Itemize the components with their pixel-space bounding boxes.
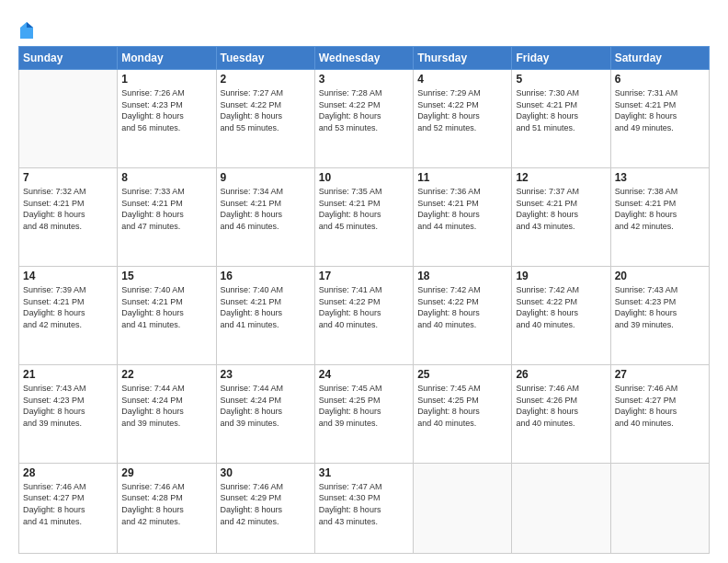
calendar-cell: 12Sunrise: 7:37 AMSunset: 4:21 PMDayligh… [512,167,610,266]
day-number: 31 [319,466,409,479]
weekday-header-wednesday: Wednesday [314,47,413,70]
day-number: 30 [221,466,311,479]
day-number: 8 [121,171,211,184]
day-number: 13 [615,171,705,184]
calendar-cell: 18Sunrise: 7:42 AMSunset: 4:22 PMDayligh… [414,266,512,364]
day-number: 29 [121,466,211,479]
day-number: 28 [23,466,113,479]
day-info: Sunrise: 7:44 AMSunset: 4:24 PMDaylight:… [221,383,311,429]
calendar-cell: 19Sunrise: 7:42 AMSunset: 4:22 PMDayligh… [512,266,610,364]
day-number: 4 [417,73,507,86]
day-number: 7 [23,171,113,184]
day-number: 6 [615,73,705,86]
day-info: Sunrise: 7:28 AMSunset: 4:22 PMDaylight:… [319,87,409,133]
day-number: 24 [319,368,409,381]
logo-icon [18,20,35,40]
day-number: 17 [319,270,409,282]
svg-marker-1 [27,22,33,28]
day-number: 19 [516,270,606,282]
day-info: Sunrise: 7:35 AMSunset: 4:21 PMDaylight:… [319,186,409,232]
calendar-cell: 16Sunrise: 7:40 AMSunset: 4:21 PMDayligh… [216,266,314,364]
calendar-cell: 14Sunrise: 7:39 AMSunset: 4:21 PMDayligh… [19,266,118,364]
day-info: Sunrise: 7:46 AMSunset: 4:27 PMDaylight:… [615,383,705,429]
calendar-cell: 21Sunrise: 7:43 AMSunset: 4:23 PMDayligh… [19,364,118,463]
day-number: 16 [221,270,311,282]
calendar-cell: 1Sunrise: 7:26 AMSunset: 4:23 PMDaylight… [118,70,216,168]
day-info: Sunrise: 7:42 AMSunset: 4:22 PMDaylight:… [417,284,507,330]
day-info: Sunrise: 7:36 AMSunset: 4:21 PMDaylight:… [417,186,507,232]
day-number: 21 [23,368,113,381]
calendar-cell: 25Sunrise: 7:45 AMSunset: 4:25 PMDayligh… [414,364,512,463]
day-number: 12 [516,171,606,184]
day-info: Sunrise: 7:46 AMSunset: 4:26 PMDaylight:… [516,383,606,429]
calendar-cell: 7Sunrise: 7:32 AMSunset: 4:21 PMDaylight… [19,167,118,266]
day-number: 11 [417,171,507,184]
weekday-header-tuesday: Tuesday [216,47,314,70]
calendar-cell: 4Sunrise: 7:29 AMSunset: 4:22 PMDaylight… [414,70,512,168]
day-info: Sunrise: 7:45 AMSunset: 4:25 PMDaylight:… [417,383,507,429]
calendar-cell [19,70,118,168]
day-number: 27 [615,368,705,381]
calendar-cell [512,463,610,553]
calendar-cell: 31Sunrise: 7:47 AMSunset: 4:30 PMDayligh… [314,463,413,553]
day-number: 9 [221,171,311,184]
calendar-cell: 10Sunrise: 7:35 AMSunset: 4:21 PMDayligh… [314,167,413,266]
day-number: 15 [121,270,211,282]
day-number: 2 [221,73,311,86]
day-info: Sunrise: 7:46 AMSunset: 4:27 PMDaylight:… [23,481,113,527]
day-info: Sunrise: 7:31 AMSunset: 4:21 PMDaylight:… [615,87,705,133]
day-number: 5 [516,73,606,86]
calendar-cell: 29Sunrise: 7:46 AMSunset: 4:28 PMDayligh… [118,463,216,553]
page: SundayMondayTuesdayWednesdayThursdayFrid… [0,0,728,563]
weekday-header-saturday: Saturday [610,47,709,70]
calendar-cell: 9Sunrise: 7:34 AMSunset: 4:21 PMDaylight… [216,167,314,266]
day-info: Sunrise: 7:30 AMSunset: 4:21 PMDaylight:… [516,87,606,133]
calendar-cell: 2Sunrise: 7:27 AMSunset: 4:22 PMDaylight… [216,70,314,168]
calendar-cell [610,463,709,553]
day-info: Sunrise: 7:43 AMSunset: 4:23 PMDaylight:… [23,383,113,429]
day-number: 20 [615,270,705,282]
day-number: 1 [121,73,211,86]
day-info: Sunrise: 7:45 AMSunset: 4:25 PMDaylight:… [319,383,409,429]
day-number: 10 [319,171,409,184]
day-info: Sunrise: 7:44 AMSunset: 4:24 PMDaylight:… [121,383,211,429]
logo [18,20,39,40]
calendar-cell: 17Sunrise: 7:41 AMSunset: 4:22 PMDayligh… [314,266,413,364]
day-number: 3 [319,73,409,86]
weekday-header-thursday: Thursday [414,47,512,70]
calendar-cell: 23Sunrise: 7:44 AMSunset: 4:24 PMDayligh… [216,364,314,463]
calendar-cell: 27Sunrise: 7:46 AMSunset: 4:27 PMDayligh… [610,364,709,463]
day-info: Sunrise: 7:40 AMSunset: 4:21 PMDaylight:… [121,284,211,330]
day-info: Sunrise: 7:39 AMSunset: 4:21 PMDaylight:… [23,284,113,330]
calendar-cell: 5Sunrise: 7:30 AMSunset: 4:21 PMDaylight… [512,70,610,168]
day-info: Sunrise: 7:40 AMSunset: 4:21 PMDaylight:… [221,284,311,330]
day-number: 22 [121,368,211,381]
day-number: 23 [221,368,311,381]
day-info: Sunrise: 7:42 AMSunset: 4:22 PMDaylight:… [516,284,606,330]
calendar-cell: 11Sunrise: 7:36 AMSunset: 4:21 PMDayligh… [414,167,512,266]
day-info: Sunrise: 7:47 AMSunset: 4:30 PMDaylight:… [319,481,409,527]
calendar-cell: 22Sunrise: 7:44 AMSunset: 4:24 PMDayligh… [118,364,216,463]
calendar-cell: 6Sunrise: 7:31 AMSunset: 4:21 PMDaylight… [610,70,709,168]
day-number: 26 [516,368,606,381]
day-info: Sunrise: 7:41 AMSunset: 4:22 PMDaylight:… [319,284,409,330]
day-info: Sunrise: 7:27 AMSunset: 4:22 PMDaylight:… [221,87,311,133]
weekday-header-sunday: Sunday [19,47,118,70]
day-info: Sunrise: 7:32 AMSunset: 4:21 PMDaylight:… [23,186,113,232]
calendar-cell: 13Sunrise: 7:38 AMSunset: 4:21 PMDayligh… [610,167,709,266]
calendar-cell: 20Sunrise: 7:43 AMSunset: 4:23 PMDayligh… [610,266,709,364]
calendar-cell: 30Sunrise: 7:46 AMSunset: 4:29 PMDayligh… [216,463,314,553]
day-info: Sunrise: 7:38 AMSunset: 4:21 PMDaylight:… [615,186,705,232]
day-info: Sunrise: 7:43 AMSunset: 4:23 PMDaylight:… [615,284,705,330]
day-info: Sunrise: 7:34 AMSunset: 4:21 PMDaylight:… [221,186,311,232]
day-info: Sunrise: 7:46 AMSunset: 4:29 PMDaylight:… [221,481,311,527]
calendar-cell: 28Sunrise: 7:46 AMSunset: 4:27 PMDayligh… [19,463,118,553]
calendar-cell [414,463,512,553]
calendar-cell: 8Sunrise: 7:33 AMSunset: 4:21 PMDaylight… [118,167,216,266]
header [18,17,710,40]
day-info: Sunrise: 7:46 AMSunset: 4:28 PMDaylight:… [121,481,211,527]
day-number: 14 [23,270,113,282]
weekday-header-friday: Friday [512,47,610,70]
day-info: Sunrise: 7:29 AMSunset: 4:22 PMDaylight:… [417,87,507,133]
day-number: 25 [417,368,507,381]
